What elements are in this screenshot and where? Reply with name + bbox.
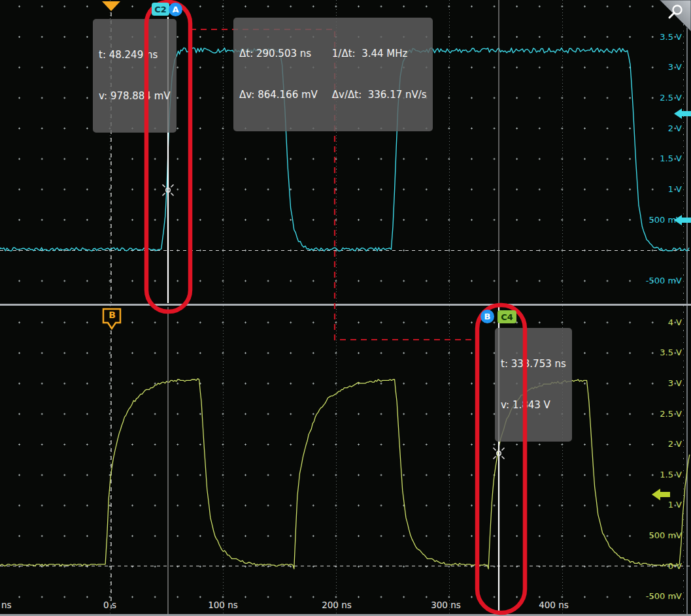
overlay-icons [0,0,691,616]
oscilloscope-display: 3.5 V3 V2.5 V2 V1.5 V1 V500 mV-500 mV4 V… [0,0,691,616]
channel-1-position-arrow-icon[interactable] [674,108,691,119]
channel-2-position-arrow-icon[interactable] [652,489,670,500]
channel-1-level-arrow-icon[interactable] [674,215,691,225]
zoom-magnifier-button[interactable] [660,0,691,31]
